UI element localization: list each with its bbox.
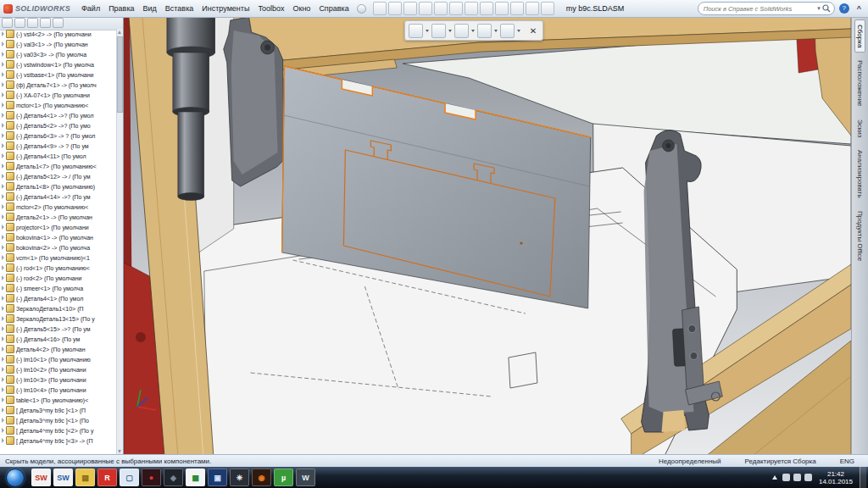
undo-icon[interactable] <box>434 2 448 15</box>
dropdown-chevron-icon[interactable] <box>426 30 429 32</box>
command-tab-1[interactable]: Расположение <box>854 55 865 111</box>
tree-item[interactable]: Деталь1<8> (По умолчанию) <box>0 181 117 191</box>
app-media-red-icon[interactable]: ● <box>142 469 161 486</box>
tree-item[interactable]: (-) rod<2> (По умолчани <box>0 273 117 283</box>
collapse-chevron-icon[interactable]: ^ <box>854 4 865 13</box>
tree-item[interactable]: (-) vstbase<1> (По умолчани <box>0 69 117 80</box>
tree-item[interactable]: projector<1> (По умолчани <box>0 222 117 232</box>
edit-color-icon[interactable] <box>480 2 493 15</box>
hand-tool-icon[interactable]: ✳ <box>230 469 249 486</box>
tray-shield-icon[interactable] <box>804 474 812 481</box>
app-dark-icon[interactable]: ◆ <box>164 469 183 486</box>
tree-item[interactable]: (-) rod<1> (По умолчанию< <box>0 263 117 273</box>
expand-arrow-icon[interactable] <box>2 286 4 291</box>
app-utorrent-icon[interactable]: µ <box>274 469 293 486</box>
expand-arrow-icon[interactable] <box>2 164 4 169</box>
new-document-icon[interactable] <box>373 2 387 15</box>
scroll-down-icon[interactable] <box>118 450 121 453</box>
expand-arrow-icon[interactable] <box>2 225 4 230</box>
options-icon[interactable] <box>541 2 554 15</box>
expand-arrow-icon[interactable] <box>2 133 4 138</box>
tree-scrollbar[interactable] <box>116 29 123 455</box>
expand-arrow-icon[interactable] <box>2 438 4 443</box>
menu-item-0[interactable]: Файл <box>77 3 104 14</box>
dropdown-chevron-icon[interactable] <box>471 30 475 32</box>
save-document-icon[interactable] <box>403 2 417 15</box>
app-solidworks-icon[interactable]: SW <box>53 469 73 486</box>
search-dropdown-chevron-icon[interactable]: ▾ <box>817 5 821 12</box>
tree-item[interactable]: [ Деталь3^my b9c ]<1> (По <box>0 415 117 425</box>
expand-arrow-icon[interactable] <box>2 367 4 372</box>
dropdown-chevron-icon[interactable] <box>448 30 452 32</box>
expand-arrow-icon[interactable] <box>2 357 4 362</box>
command-tab-4[interactable]: Продукты Office <box>854 206 865 266</box>
tree-item[interactable]: (-) Деталь4<11> (По умол <box>0 151 117 161</box>
app-wordpress-icon[interactable]: W <box>296 469 315 486</box>
pin-icon[interactable] <box>357 4 366 14</box>
tree-item[interactable]: [ Деталь3^my b9c ]<1> (П <box>0 405 117 415</box>
tree-item[interactable]: (-) Деталь4<14> ->? (По ум <box>0 191 117 202</box>
expand-arrow-icon[interactable] <box>2 62 4 67</box>
tree-item[interactable]: Деталь4<2> (По умолчан <box>0 344 117 354</box>
tree-item[interactable]: (-) lm10<2> (По умолчани <box>0 364 117 374</box>
expand-arrow-icon[interactable] <box>2 204 4 209</box>
command-tab-0[interactable]: Сборка <box>854 19 865 53</box>
expand-arrow-icon[interactable] <box>2 194 4 199</box>
app-window-icon[interactable]: ▢ <box>120 469 139 486</box>
expand-arrow-icon[interactable] <box>2 387 4 392</box>
expand-arrow-icon[interactable] <box>2 42 4 47</box>
displaymanager-tab[interactable] <box>53 18 64 28</box>
app-blue-icon[interactable]: ▣ <box>208 469 227 486</box>
tree-item[interactable]: mctor<1> (По умолчанию< <box>0 100 117 110</box>
app-orange-icon[interactable]: ◉ <box>252 469 271 486</box>
print-document-icon[interactable] <box>419 2 432 15</box>
tree-item[interactable]: ЗеркалоДеталь13<15> (По у <box>0 313 117 324</box>
expand-arrow-icon[interactable] <box>2 336 4 341</box>
app-folder-icon[interactable]: ▤ <box>75 469 95 486</box>
expand-arrow-icon[interactable] <box>2 316 4 321</box>
tree-item[interactable]: (ф) Деталь7<1> -> (По умолч <box>0 80 117 90</box>
tree-item[interactable]: (-) vst4<2> -> (По умолчани <box>0 29 117 39</box>
tree-item[interactable]: (-) Деталь4<1> (По умол <box>0 293 117 303</box>
expand-arrow-icon[interactable] <box>2 184 4 189</box>
app-solidworks-doc-icon[interactable]: SW <box>31 469 51 486</box>
start-button[interactable] <box>6 469 25 487</box>
tree-item[interactable]: (-) Деталь5<12> -> / (По ум <box>0 171 117 181</box>
search-input[interactable] <box>702 4 815 14</box>
tree-item[interactable]: bokovina<1> -> (По умолчан <box>0 232 117 242</box>
tree-item[interactable]: mctor<2> (По умолчанию< <box>0 202 117 212</box>
linear-component-pattern-icon[interactable] <box>454 24 469 38</box>
taskbar-clock[interactable]: 21:42 14.01.2015 <box>815 470 856 485</box>
expand-arrow-icon[interactable] <box>2 52 4 57</box>
tree-item[interactable]: vcm<1> (По умолчанию)<1 <box>0 252 117 263</box>
expand-arrow-icon[interactable] <box>2 143 4 148</box>
configurationmanager-tab[interactable] <box>27 18 38 28</box>
expand-arrow-icon[interactable] <box>2 82 4 87</box>
view-settings-icon[interactable] <box>510 2 524 15</box>
open-document-icon[interactable] <box>388 2 402 15</box>
expand-arrow-icon[interactable] <box>2 214 4 219</box>
tree-item[interactable]: Деталь2<1> -> (По умолчан <box>0 212 117 222</box>
expand-arrow-icon[interactable] <box>2 153 4 158</box>
menu-item-5[interactable]: Toolbox <box>253 3 288 14</box>
tree-item[interactable]: (-) lm10<4> (По умолчани <box>0 385 117 395</box>
section-view-icon[interactable] <box>495 2 509 15</box>
expand-arrow-icon[interactable] <box>2 255 4 260</box>
tray-expand-icon[interactable] <box>772 475 777 480</box>
tree-item[interactable]: (-) Деталь5<2> ->? (По умо <box>0 120 117 130</box>
scrollbar-thumb[interactable] <box>117 36 123 113</box>
expand-arrow-icon[interactable] <box>2 235 4 240</box>
expand-arrow-icon[interactable] <box>2 296 4 301</box>
menu-item-3[interactable]: Вставка <box>161 3 198 14</box>
tree-item[interactable]: [ Деталь4^my b9c ]<2> (По у <box>0 425 117 435</box>
expand-arrow-icon[interactable] <box>2 174 4 179</box>
tree-item[interactable]: (-) val3<1> -> (По умолчан <box>0 39 117 49</box>
expand-arrow-icon[interactable] <box>2 275 4 280</box>
expand-arrow-icon[interactable] <box>2 92 4 97</box>
expand-arrow-icon[interactable] <box>2 113 4 118</box>
dropdown-chevron-icon[interactable] <box>494 30 498 32</box>
tree-item[interactable]: (-) XA-07<1> (По умолчани <box>0 90 117 100</box>
menu-item-6[interactable]: Окно <box>288 3 314 14</box>
expand-arrow-icon[interactable] <box>2 72 4 77</box>
scroll-up-icon[interactable] <box>118 30 121 34</box>
